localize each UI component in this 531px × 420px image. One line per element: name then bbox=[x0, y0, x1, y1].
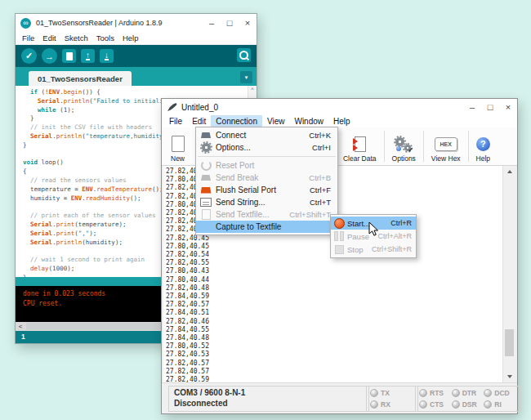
data-scrollbar[interactable] bbox=[502, 166, 515, 382]
maximize-button[interactable]: □ bbox=[481, 102, 499, 112]
led-label: RX bbox=[381, 400, 390, 409]
flush-shape bbox=[201, 187, 212, 194]
code-token: ENV bbox=[82, 185, 93, 193]
open-sketch-button[interactable]: ↑ bbox=[81, 49, 95, 63]
code-token: // read the sensors values bbox=[30, 176, 126, 184]
menu-view[interactable]: View bbox=[262, 115, 290, 127]
close-button[interactable]: × bbox=[499, 102, 517, 112]
menu-item-label: Capture to Textfile bbox=[216, 222, 324, 231]
led-indicator-icon bbox=[370, 400, 378, 409]
serial-data-line: 27.80,40.43 bbox=[166, 267, 515, 275]
scroll-down-button[interactable] bbox=[503, 371, 515, 382]
menu-help[interactable]: Help bbox=[118, 34, 143, 42]
code-token bbox=[23, 212, 30, 219]
menu-item-flush-serial-port[interactable]: Flush Serial PortCtrl+F bbox=[196, 184, 337, 196]
serial-data-line: 27.80,40.52 bbox=[166, 342, 515, 351]
coolterm-titlebar[interactable]: Untitled_0 – □ × bbox=[162, 99, 517, 115]
menu-help[interactable]: Help bbox=[328, 115, 355, 127]
vscroll-thumb[interactable] bbox=[505, 329, 514, 356]
new-button[interactable]: New bbox=[165, 127, 190, 165]
desktop: ∞ 01_TwoSensorsReader | Arduino 1.8.9 – … bbox=[0, 0, 531, 420]
menu-file[interactable]: File bbox=[164, 115, 187, 127]
page-shape bbox=[172, 136, 185, 152]
view-hex-button[interactable]: HEXView Hex bbox=[426, 127, 466, 165]
menu-item-label: Send Textfile... bbox=[216, 210, 289, 219]
menu-sketch[interactable]: Sketch bbox=[60, 34, 92, 42]
page-shape bbox=[202, 209, 211, 220]
menu-item-options[interactable]: Options...Ctrl+I bbox=[196, 141, 337, 154]
save-sketch-button[interactable]: ↓ bbox=[100, 49, 114, 63]
arduino-logo-icon: ∞ bbox=[20, 18, 31, 29]
menu-item-capture-to-textfile[interactable]: Capture to Textfile bbox=[196, 221, 337, 233]
menu-file[interactable]: File bbox=[18, 34, 38, 42]
options-button[interactable]: ✓Options bbox=[386, 127, 422, 165]
led-rx: RX bbox=[370, 400, 414, 409]
question-mark-shape: ? bbox=[476, 137, 490, 151]
record-shape bbox=[334, 218, 345, 229]
code-token bbox=[23, 88, 30, 96]
minimize-button[interactable]: – bbox=[203, 18, 221, 28]
menu-item-send-break[interactable]: Send BreakCtrl+B bbox=[196, 172, 337, 184]
code-token: "temperature,humidity" bbox=[86, 132, 167, 140]
menu-item-label: Stop bbox=[347, 245, 372, 254]
serial-data-line: 27.82,40.55 bbox=[166, 259, 515, 267]
code-token bbox=[23, 123, 30, 131]
close-button[interactable]: × bbox=[239, 18, 257, 28]
led-indicator-icon bbox=[419, 389, 427, 397]
menu-item-reset-port[interactable]: Reset Port bbox=[196, 159, 337, 172]
code-token: // wait 1 second to print again bbox=[30, 256, 145, 263]
clear-data-button[interactable]: Clear Data bbox=[337, 127, 382, 165]
string-icon bbox=[196, 198, 216, 207]
scroll-left-icon[interactable]: < bbox=[16, 322, 25, 331]
code-token: println bbox=[56, 239, 83, 246]
code-token: print bbox=[56, 230, 75, 237]
signal-led-group: RTSDTRDCDCTSDSRRI bbox=[415, 386, 520, 412]
menu-item-send-string[interactable]: Send String...Ctrl+T bbox=[196, 196, 337, 208]
code-token: // init the CSV file with headers bbox=[30, 123, 152, 131]
serial-monitor-button[interactable] bbox=[237, 48, 251, 62]
menu-tools[interactable]: Tools bbox=[92, 34, 118, 42]
minimize-button[interactable]: – bbox=[463, 102, 481, 112]
menu-item-shortcut: Ctrl+Shift+T bbox=[289, 210, 331, 219]
code-token bbox=[23, 256, 30, 263]
menu-window[interactable]: Window bbox=[289, 115, 328, 127]
connection-status-box: COM3 / 9600 8-N-1 Disconnected bbox=[168, 386, 369, 412]
menu-item-send-textfile[interactable]: Send Textfile...Ctrl+Shift+T bbox=[196, 208, 337, 221]
code-token: { bbox=[23, 168, 27, 175]
serial-data-line: 27.84,40.55 bbox=[166, 326, 515, 334]
menu-item-label: Connect bbox=[216, 131, 309, 140]
code-token: } bbox=[23, 274, 27, 277]
menu-edit[interactable]: Edit bbox=[187, 115, 211, 127]
gear-icon bbox=[196, 143, 216, 152]
menu-item-stop[interactable]: StopCtrl+Shift+R bbox=[331, 243, 416, 256]
code-token: (1); bbox=[56, 106, 75, 114]
tab-list-button[interactable]: ▼ bbox=[240, 71, 252, 83]
scroll-up-button[interactable] bbox=[503, 166, 515, 177]
coolterm-statusbar: COM3 / 9600 8-N-1 Disconnected TXRX RTSD… bbox=[162, 382, 517, 413]
led-indicator-icon bbox=[419, 400, 427, 409]
maximize-button[interactable]: □ bbox=[221, 18, 239, 28]
menu-item-label: Options... bbox=[216, 143, 312, 152]
stop-shape bbox=[335, 245, 344, 254]
menu-edit[interactable]: Edit bbox=[38, 34, 60, 42]
upload-icon: → bbox=[45, 51, 54, 61]
help-button[interactable]: ?Help bbox=[471, 127, 496, 165]
coolterm-window-title: Untitled_0 bbox=[181, 103, 463, 112]
verify-button[interactable]: ✓ bbox=[21, 48, 37, 64]
serial-data-line: 27.84,40.48 bbox=[166, 334, 515, 342]
arduino-titlebar[interactable]: ∞ 01_TwoSensorsReader | Arduino 1.8.9 – … bbox=[16, 14, 257, 32]
code-token bbox=[23, 221, 30, 228]
code-token: (! bbox=[38, 88, 49, 96]
serial-data-line: 27.82,40.48 bbox=[166, 284, 515, 293]
new-document-icon bbox=[66, 52, 73, 60]
led-ri: RI bbox=[484, 400, 516, 409]
menu-connection[interactable]: Connection bbox=[211, 115, 262, 127]
menu-item-connect[interactable]: ConnectCtrl+K bbox=[196, 129, 337, 141]
menu-item-label: Reset Port bbox=[216, 161, 331, 170]
sketch-tab[interactable]: 01_TwoSensorsReader bbox=[29, 71, 132, 86]
new-sketch-button[interactable] bbox=[62, 49, 76, 63]
magnifier-icon bbox=[239, 51, 248, 60]
led-dtr: DTR bbox=[452, 389, 484, 397]
upload-button[interactable]: → bbox=[42, 48, 57, 64]
led-indicator-icon bbox=[484, 389, 492, 397]
